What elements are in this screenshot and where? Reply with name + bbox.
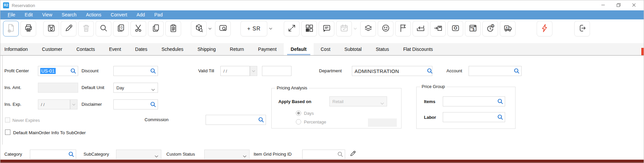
copy-icon [151, 23, 161, 34]
price-group-labor-search-icon[interactable] [497, 114, 503, 120]
print-button[interactable] [20, 21, 36, 36]
tab[interactable]: Return [223, 43, 251, 55]
tab[interactable]: Status [369, 43, 396, 55]
ship-order-button[interactable] [430, 21, 446, 36]
schedule-calendar-button[interactable] [336, 21, 352, 36]
tab[interactable]: Schedules [154, 43, 190, 55]
satisfaction-button[interactable] [378, 21, 393, 36]
layout-grid-button[interactable] [301, 21, 317, 36]
department-search-icon[interactable] [427, 68, 433, 74]
copy-zero-icon: 0 [116, 23, 126, 34]
subcategory-select[interactable] [116, 150, 161, 159]
copy-button[interactable] [148, 21, 164, 36]
tab[interactable]: Subtotal [337, 43, 369, 55]
quick-search-button[interactable] [215, 21, 231, 36]
tab[interactable]: Event [102, 43, 128, 55]
tab[interactable]: Flat Discounts [396, 43, 440, 55]
discount-field[interactable] [113, 66, 158, 76]
restore-button[interactable] [611, 0, 626, 10]
tab[interactable]: Shipping [191, 43, 223, 55]
commission-label: Commission [145, 117, 169, 122]
account-field[interactable] [469, 66, 522, 76]
ins-exp-date-field: / / [38, 99, 70, 109]
save-button[interactable] [43, 21, 59, 36]
cut-button[interactable] [130, 21, 146, 36]
delete-button[interactable] [78, 21, 94, 36]
valid-till-calendar-dropdown[interactable] [250, 66, 257, 76]
valid-till-extra-field[interactable] [262, 66, 291, 76]
expand-button[interactable] [284, 21, 300, 36]
lightning-icon [540, 23, 549, 34]
new-document-icon [6, 23, 16, 34]
pricing-analysis-title: Pricing Analysis [275, 85, 309, 90]
price-group-title: Price Group [420, 84, 446, 89]
department-field[interactable]: ADMINISTRATION [352, 66, 432, 76]
price-group-items-search-icon[interactable] [497, 98, 503, 105]
time-billing-button[interactable]: $ [482, 21, 498, 36]
paste-button[interactable] [165, 21, 181, 36]
default-mainorder-checkbox[interactable] [5, 130, 10, 135]
delivery-truck-button[interactable]: A [500, 21, 516, 36]
tab[interactable]: Default [284, 43, 314, 55]
tab[interactable]: Information [0, 43, 35, 55]
profit-center-field[interactable]: US-01 [38, 66, 78, 76]
schedule-calendar-dropdown[interactable] [354, 21, 359, 36]
close-button[interactable] [626, 0, 642, 10]
tab[interactable]: Payment [251, 43, 283, 55]
item-search-dropdown[interactable] [208, 21, 213, 36]
scissors-icon [134, 23, 143, 34]
item-grid-pricing-edit-button[interactable] [348, 150, 358, 159]
price-group-labor-field[interactable] [443, 112, 505, 122]
search-button[interactable] [96, 21, 111, 36]
custom-status-select[interactable] [204, 150, 250, 159]
tab[interactable]: Dates [128, 43, 155, 55]
menu-item[interactable]: Convert [106, 10, 132, 19]
item-search-button[interactable] [191, 21, 207, 36]
category-search-icon[interactable] [68, 151, 74, 158]
discount-search-icon[interactable] [150, 68, 156, 74]
category-field[interactable] [30, 150, 76, 159]
flag-button[interactable] [395, 21, 411, 36]
menu-item[interactable]: Edit [20, 10, 38, 19]
pencil-icon [64, 23, 73, 34]
commission-field[interactable] [206, 115, 266, 125]
commission-search-icon[interactable] [258, 117, 264, 123]
menu-item[interactable]: Pad [150, 10, 167, 19]
default-unit-select[interactable]: Day [113, 83, 158, 93]
menu-item[interactable]: Search [57, 10, 81, 19]
return-order-button[interactable] [413, 21, 428, 36]
open-order-button[interactable]: O [447, 21, 463, 36]
new-order-button[interactable] [3, 21, 19, 36]
exit-button[interactable] [574, 21, 590, 36]
disclaimer-field[interactable] [113, 99, 158, 109]
quick-action-button[interactable] [537, 21, 552, 36]
menu-item[interactable]: Actions [81, 10, 106, 19]
custom-status-chevron-icon [243, 153, 247, 156]
price-group-items-field[interactable] [443, 96, 505, 106]
valid-till-date-field[interactable]: / / [220, 66, 250, 76]
profit-center-label: Profit Center [4, 68, 29, 73]
billing-button[interactable]: $ [465, 21, 481, 36]
minimize-button[interactable] [595, 0, 611, 10]
menu-item[interactable]: Add [132, 10, 150, 19]
open-order-icon: O [451, 23, 460, 34]
copy-special-button[interactable]: 0 [113, 21, 129, 36]
default-unit-value: Day [116, 85, 124, 90]
edit-button[interactable] [61, 21, 76, 36]
profit-center-search-icon[interactable] [70, 68, 76, 74]
item-grid-pricing-id-search-icon[interactable] [337, 151, 343, 158]
account-search-icon[interactable] [514, 68, 520, 74]
batch-update-button[interactable] [360, 21, 376, 36]
tab[interactable]: Customer [35, 43, 69, 55]
disclaimer-search-icon[interactable] [150, 101, 156, 108]
add-subrental-button[interactable]: + SR [240, 21, 267, 36]
exit-icon [578, 23, 587, 34]
tab[interactable]: Contacts [69, 43, 102, 55]
apply-based-on-select: Retail [329, 96, 387, 106]
tab[interactable]: Cost [314, 43, 337, 55]
menu-item[interactable]: View [38, 10, 57, 19]
item-grid-pricing-id-field[interactable] [302, 150, 345, 159]
menu-item[interactable]: File [3, 10, 20, 19]
add-subrental-dropdown[interactable] [269, 21, 274, 36]
notes-button[interactable] [319, 21, 334, 36]
